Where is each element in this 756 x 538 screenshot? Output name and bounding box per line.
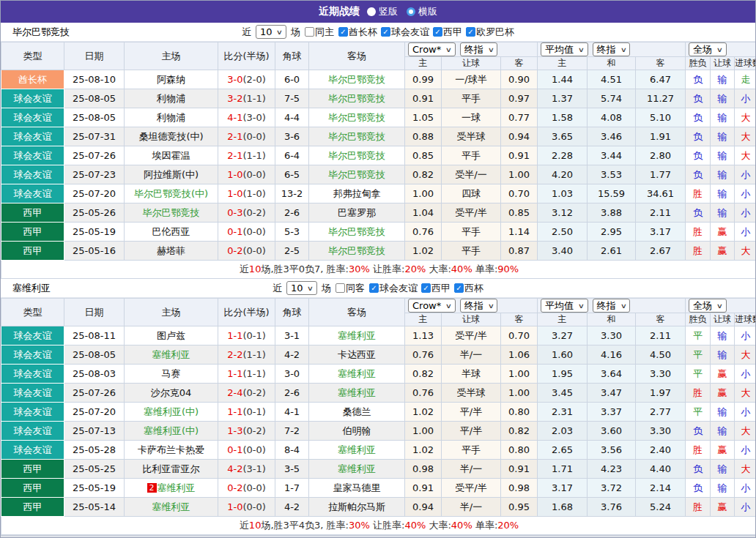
summary-segment: 30% [349,520,370,531]
home-team-name: 卡萨布兰卡热爱 [138,444,204,455]
match-type-badge: 球会友谊 [1,403,64,422]
avg-home-odds: 3.27 [538,326,588,345]
result-goals: 小 [735,89,756,108]
result-winloss: 负 [686,89,711,108]
games-count-select[interactable]: 10 ∨ [256,25,286,39]
match-row: 球会友谊25-07-26埃因霍温2-1(1-1)6-4毕尔巴鄂竞技0.85平手0… [1,146,756,165]
competition-label: 酋长杯 [349,26,377,39]
competition-checkbox[interactable]: ✓ [421,283,431,293]
avg-home-odds: 1.71 [538,460,588,479]
crow-away-odds: 1.14 [501,223,538,242]
same-venue-label: 同客 [346,282,365,295]
crow-handicap: 一球 [442,108,501,127]
result-handicap: 赢 [711,498,735,517]
subcol-goals: 进球数 [735,313,756,326]
match-score: 1-0(1-0) [218,184,275,203]
avg-odds-select[interactable]: 平均值∨ [541,299,588,313]
result-goals: 小 [735,326,756,345]
avg-away-odds: 2.11 [636,326,686,345]
match-score: 0-1(0-0) [218,223,275,242]
match-row: 西甲25-05-25比利亚雷亚尔4-2(3-1)3-5塞维利亚0.98半/一0.… [1,460,756,479]
competition-filter: ✓球会友谊 [381,26,429,39]
subcol-handicap-result: 让球 [711,313,735,326]
fullmatch-header: 全场∨ [686,42,756,57]
result-winloss: 平 [686,345,711,365]
crow-home-odds: 0.76 [405,223,442,242]
competition-checkbox[interactable]: ✓ [381,27,390,37]
fulltime-score: 1-0 [227,501,242,512]
avg-odds-select[interactable]: 平均值∨ [541,42,588,56]
match-type-badge: 西甲 [1,203,64,223]
crow-handicap: 平手 [442,223,501,242]
filter-row: 塞维利亚 近 10 ∨ 场 同客 ✓球会友谊✓西甲✓西杯 [1,279,755,298]
avg-draw-odds: 4.16 [588,345,636,365]
crow-handicap: 半/一 [442,460,501,479]
competition-checkbox[interactable]: ✓ [433,27,442,37]
home-team: 巴伦西亚 [125,223,218,242]
result-winloss: 平 [686,326,711,345]
fullmatch-select[interactable]: 全场∨ [689,42,727,56]
layout-radio-option: 竖版 [367,5,398,18]
match-type-badge: 酋长杯 [1,70,64,89]
match-score: 2-1(0-0) [218,127,275,146]
corner-score: 13-2 [275,184,309,203]
radio-button-icon[interactable] [367,7,376,16]
away-team-name: 塞维利亚 [338,387,376,398]
match-row: 球会友谊25-08-03马赛1-1(1-1)3-0塞维利亚0.82半球1.001… [1,365,756,384]
match-score: 2-1(1-1) [218,146,275,165]
avg-home-odds: 3.65 [538,127,588,146]
crow-away-odds: 0.82 [501,422,538,441]
same-venue-checkbox[interactable] [305,27,314,37]
fullmatch-select-value: 全场 [693,43,712,56]
match-type-badge: 球会友谊 [1,384,64,403]
bookmaker-select[interactable]: Crow*∨ [408,42,456,56]
crow-handicap: 受半球 [442,384,501,403]
competition-checkbox[interactable]: ✓ [454,283,464,293]
subcol-result: 胜负 [686,57,711,70]
avg-final-select[interactable]: 终指∨ [593,299,631,313]
away-team: 拉斯帕尔马斯 [309,498,405,517]
crow-home-odds: 0.98 [405,460,442,479]
competition-filter: ✓球会友谊 [369,282,418,295]
same-venue-checkbox[interactable] [336,283,345,293]
halftime-score: (0-2) [242,387,265,398]
match-score: 3-2(1-1) [218,89,275,108]
summary-segment: 40% [451,520,472,531]
col-header-home: 主场 [125,42,218,70]
result-goals: 小 [735,479,756,498]
radio-button-icon[interactable] [407,7,415,16]
match-row: 西甲25-05-192塞维利亚0-2(0-0)1-7皇家马德里0.91受平/半0… [1,479,756,498]
subcol-handicap-result: 让球 [711,57,735,70]
home-team: 阿森纳 [125,70,218,89]
result-handicap: 输 [711,422,735,441]
final-odds-select[interactable]: 终指∨ [460,42,498,56]
bookmaker-select[interactable]: Crow*∨ [408,299,456,313]
corner-score: 2-5 [275,242,309,261]
home-team: 2塞维利亚 [125,479,218,498]
avg-away-odds: 5.24 [636,498,686,517]
result-handicap: 输 [711,403,735,422]
crow-away-odds: 0.80 [501,403,538,422]
final-odds-select[interactable]: 终指∨ [460,299,498,313]
competition-checkbox[interactable]: ✓ [369,283,379,293]
avg-away-odds: 6.47 [636,70,686,89]
match-date: 25-08-11 [64,326,125,345]
avg-draw-odds: 3.44 [588,146,636,165]
match-score: 1-1(0-1) [218,403,275,422]
away-team-name: 毕尔巴鄂竞技 [328,74,385,85]
competition-checkbox[interactable]: ✓ [338,27,348,37]
titlebar: 近期战绩 竖版横版 [1,1,755,23]
avg-final-select[interactable]: 终指∨ [593,42,631,56]
fullmatch-select[interactable]: 全场∨ [689,299,727,313]
recent-label: 近 [273,282,282,295]
crow-away-odds: 0.77 [501,108,538,127]
competition-checkbox[interactable]: ✓ [466,27,475,37]
away-team-name: 毕尔巴鄂竞技 [328,93,385,104]
crow-home-odds: 0.82 [405,365,442,384]
games-count-select[interactable]: 10 ∨ [286,281,317,295]
avg-home-odds: 2.50 [538,223,588,242]
home-team: 埃因霍温 [125,146,218,165]
match-date: 25-05-26 [64,203,125,223]
home-team: 图卢兹 [125,326,218,345]
crow-away-odds: 1.00 [501,365,538,384]
